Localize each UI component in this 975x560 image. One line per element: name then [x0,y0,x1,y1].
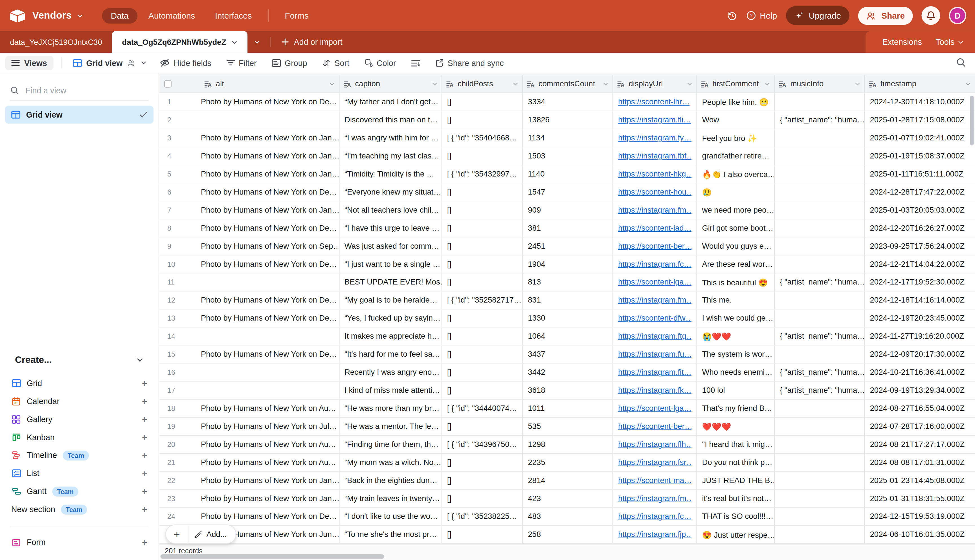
row-gutter[interactable]: 11 [159,273,200,291]
column-header-alt[interactable]: Aalt [200,75,339,93]
cell-alt[interactable]: Photo by Humans of New York on De… [200,255,339,273]
display-url-link[interactable]: https://instagram.fc… [618,512,691,521]
cell-alt[interactable]: Photo by Humans of New York on De… [200,219,339,237]
cell-commentsCount[interactable]: 1547 [522,183,613,201]
share-button[interactable]: Share [858,7,913,25]
add-or-import-button[interactable]: Add or import [274,31,349,53]
sidebar-create-calendar[interactable]: 31Calendar+ [5,392,154,410]
row-gutter[interactable]: 15 [159,345,200,363]
cell-displayUrl[interactable]: https://scontent-lga… [613,273,696,291]
cell-timestamp[interactable]: 2025-01-31T18:31:55.000Z [865,490,975,507]
tab-data-1[interactable]: data_YeJXCj519OJntxC30 [0,31,112,53]
display-url-link[interactable]: https://instagram.fjp… [618,530,691,539]
cell-commentsCount[interactable]: 831 [522,292,613,309]
cell-childPosts[interactable]: [] [441,93,523,111]
display-url-link[interactable]: https://instagram.ftg… [618,332,691,341]
cell-firstComment[interactable]: it's real but it's not… [696,490,775,507]
sidebar-create-form[interactable]: Form+ [5,533,154,551]
cell-displayUrl[interactable]: https://scontent-lhr… [613,93,696,111]
cell-displayUrl[interactable]: https://instagram.flh… [613,436,696,453]
cell-childPosts[interactable]: [] [441,237,523,255]
cell-caption[interactable]: “My father and I don't get… [339,93,441,111]
avatar[interactable]: D [949,7,966,24]
cell-alt[interactable]: Photo by Humans of New York on Jan… [200,490,339,507]
display-url-link[interactable]: https://scontent-hkg… [618,170,691,178]
cell-alt[interactable]: Photo by Humans of New York on Jul… [200,418,339,435]
cell-caption[interactable]: Discovered this man on t… [339,112,441,129]
nav-tab-forms[interactable]: Forms [276,8,317,23]
cell-childPosts[interactable]: [ { "id": "352582717… [441,292,523,309]
plus-icon[interactable]: + [142,414,147,424]
cell-caption[interactable]: “Yes, I fucked up by sayin… [339,310,441,327]
cell-firstComment[interactable]: 🔥👏 I also overca… [696,165,775,183]
cell-firstComment[interactable]: Do you not think p… [696,454,775,471]
row-gutter[interactable]: 3 [159,129,200,147]
nav-tab-interfaces[interactable]: Interfaces [206,8,260,23]
cell-childPosts[interactable]: [] [441,112,523,129]
display-url-link[interactable]: https://instagram.fsr… [618,458,691,467]
cell-childPosts[interactable]: [] [441,363,523,381]
cell-commentsCount[interactable]: 381 [522,219,613,237]
sidebar-create-gantt[interactable]: GanttTeam+ [5,482,154,500]
cell-caption[interactable]: It makes me appreciate h… [339,328,441,345]
cell-timestamp[interactable]: 2024-12-28T17:47:22.000Z [865,183,975,201]
cell-timestamp[interactable]: 2024-11-27T19:16:20.000Z [865,328,975,345]
row-gutter[interactable]: 2 [159,112,200,129]
cell-alt[interactable]: Photo by Humans of New York on Jan… [200,165,339,183]
cell-alt[interactable] [200,273,339,291]
display-url-link[interactable]: https://scontent-lga… [618,278,691,287]
cell-commentsCount[interactable]: 3618 [522,382,613,399]
display-url-link[interactable]: https://instagram.fli… [618,116,691,124]
column-header-commentsCount[interactable]: AcommentsCount [522,75,613,93]
cell-timestamp[interactable]: 2024-08-27T16:55:04.000Z [865,400,975,417]
cell-firstComment[interactable]: grandfather retire… [696,147,775,165]
cell-displayUrl[interactable]: https://scontent-ber… [613,418,696,435]
cell-displayUrl[interactable]: https://scontent-lga… [613,400,696,417]
cell-timestamp[interactable]: 2024-12-09T20:17:30.000Z [865,345,975,363]
cell-alt[interactable]: Photo by Humans of New York on De… [200,292,339,309]
display-url-link[interactable]: https://instagram.flh… [618,440,691,449]
cell-commentsCount[interactable]: 1298 [522,436,613,453]
cell-timestamp[interactable]: 2024-12-20T16:26:27.000Z [865,219,975,237]
cell-displayUrl[interactable]: https://instagram.fm… [613,490,696,507]
cell-alt[interactable] [200,363,339,381]
sidebar-create-new-section[interactable]: New sectionTeam+ [5,500,154,518]
select-all-checkbox[interactable] [164,80,172,87]
display-url-link[interactable]: https://scontent-dfw… [618,314,691,323]
history-icon[interactable] [727,10,737,21]
cell-musicInfo[interactable] [774,508,865,525]
tools-button[interactable]: Tools [935,37,964,47]
sidebar-create-list[interactable]: List+ [5,464,154,482]
cell-firstComment[interactable]: The system is wor… [696,345,775,363]
cell-caption[interactable]: “Finding time for them, th… [339,436,441,453]
cell-alt[interactable]: Photo by Humans of New York on Jan… [200,201,339,219]
share-and-sync-button[interactable]: Share and sync [430,55,509,70]
cell-musicInfo[interactable] [774,454,865,471]
cell-timestamp[interactable]: 2024-10-21T16:36:41.000Z [865,363,975,381]
row-gutter[interactable]: 4 [159,147,200,165]
row-gutter[interactable]: 10 [159,255,200,273]
row-gutter[interactable]: 12 [159,292,200,309]
views-button[interactable]: Views [5,55,53,70]
airtable-logo-icon[interactable] [10,9,25,22]
row-gutter[interactable]: 21 [159,454,200,471]
chevron-down-icon[interactable] [854,81,860,87]
cell-firstComment[interactable]: That's my friend B… [696,400,775,417]
row-gutter[interactable]: 6 [159,183,200,201]
cell-timestamp[interactable]: 2024-12-19T20:23:45.000Z [865,310,975,327]
cell-childPosts[interactable]: [ { "id": "34440074… [441,400,523,417]
cell-firstComment[interactable]: I wish we could ge… [696,310,775,327]
cell-musicInfo[interactable] [774,219,865,237]
display-url-link[interactable]: https://instagram.fu… [618,350,691,359]
cell-alt[interactable]: Photo by Humans of New York on De… [200,345,339,363]
display-url-link[interactable]: https://scontent-lga… [618,404,691,413]
cell-displayUrl[interactable]: https://instagram.fc… [613,255,696,273]
group-button[interactable]: Group [266,55,313,70]
cell-alt[interactable] [200,328,339,345]
cell-alt[interactable]: Photo by Humans of New York on De… [200,310,339,327]
display-url-link[interactable]: https://instagram.fy… [618,134,691,142]
cell-musicInfo[interactable] [774,165,865,183]
cell-musicInfo[interactable]: { "artist_name": "huma… [774,363,865,381]
cell-displayUrl[interactable]: https://scontent-dfw… [613,310,696,327]
cell-musicInfo[interactable]: { "artist_name": "huma… [774,328,865,345]
